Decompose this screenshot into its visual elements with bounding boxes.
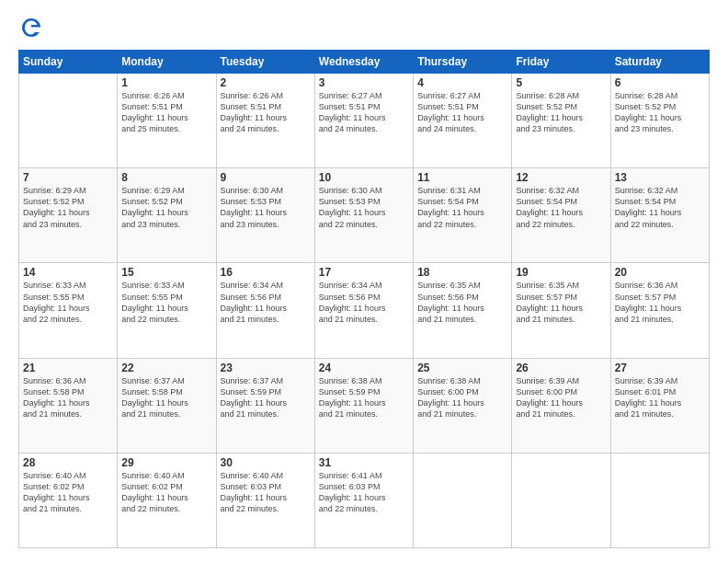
day-number: 19	[516, 266, 606, 279]
day-number: 14	[23, 266, 113, 279]
header	[18, 15, 710, 40]
calendar-cell: 10Sunrise: 6:30 AM Sunset: 5:53 PM Dayli…	[314, 168, 413, 263]
day-number: 1	[121, 76, 211, 89]
day-number: 17	[319, 266, 409, 279]
day-number: 15	[121, 266, 211, 279]
calendar-header-wednesday: Wednesday	[314, 51, 413, 74]
calendar-cell: 27Sunrise: 6:39 AM Sunset: 6:01 PM Dayli…	[610, 358, 709, 453]
day-number: 12	[516, 171, 606, 184]
day-number: 27	[615, 362, 705, 374]
day-info: Sunrise: 6:27 AM Sunset: 5:51 PM Dayligh…	[319, 90, 409, 135]
calendar-cell: 7Sunrise: 6:29 AM Sunset: 5:52 PM Daylig…	[19, 168, 118, 263]
calendar-week-row: 14Sunrise: 6:33 AM Sunset: 5:55 PM Dayli…	[19, 263, 710, 358]
calendar-cell: 18Sunrise: 6:35 AM Sunset: 5:56 PM Dayli…	[414, 263, 512, 358]
calendar-header-friday: Friday	[512, 51, 610, 74]
day-number: 10	[319, 171, 409, 184]
calendar-cell: 29Sunrise: 6:40 AM Sunset: 6:02 PM Dayli…	[118, 453, 216, 547]
calendar-header-tuesday: Tuesday	[216, 51, 314, 74]
day-info: Sunrise: 6:30 AM Sunset: 5:53 PM Dayligh…	[221, 185, 311, 230]
calendar-week-row: 1Sunrise: 6:26 AM Sunset: 5:51 PM Daylig…	[19, 74, 710, 168]
calendar-cell	[19, 74, 118, 168]
day-info: Sunrise: 6:37 AM Sunset: 5:59 PM Dayligh…	[221, 375, 311, 420]
day-info: Sunrise: 6:33 AM Sunset: 5:55 PM Dayligh…	[23, 280, 113, 325]
calendar-week-row: 7Sunrise: 6:29 AM Sunset: 5:52 PM Daylig…	[19, 168, 710, 263]
day-info: Sunrise: 6:36 AM Sunset: 5:58 PM Dayligh…	[23, 375, 113, 420]
day-info: Sunrise: 6:41 AM Sunset: 6:03 PM Dayligh…	[319, 470, 409, 515]
day-info: Sunrise: 6:26 AM Sunset: 5:51 PM Dayligh…	[221, 90, 311, 135]
day-number: 30	[221, 456, 311, 469]
day-number: 24	[319, 362, 409, 374]
day-number: 29	[121, 456, 211, 469]
day-number: 3	[319, 76, 409, 89]
day-info: Sunrise: 6:31 AM Sunset: 5:54 PM Dayligh…	[417, 185, 507, 230]
logo-icon	[18, 15, 44, 40]
calendar-cell: 20Sunrise: 6:36 AM Sunset: 5:57 PM Dayli…	[610, 263, 709, 358]
day-info: Sunrise: 6:29 AM Sunset: 5:52 PM Dayligh…	[121, 185, 211, 230]
day-number: 26	[516, 362, 606, 374]
calendar-cell: 17Sunrise: 6:34 AM Sunset: 5:56 PM Dayli…	[314, 263, 413, 358]
day-number: 7	[23, 171, 113, 184]
day-number: 13	[615, 171, 705, 184]
day-info: Sunrise: 6:35 AM Sunset: 5:56 PM Dayligh…	[417, 280, 507, 325]
calendar-cell	[512, 453, 610, 547]
calendar-cell: 11Sunrise: 6:31 AM Sunset: 5:54 PM Dayli…	[414, 168, 512, 263]
day-number: 9	[221, 171, 311, 184]
day-number: 4	[417, 76, 507, 89]
day-number: 5	[516, 76, 606, 89]
day-info: Sunrise: 6:37 AM Sunset: 5:58 PM Dayligh…	[121, 375, 211, 420]
calendar-cell: 3Sunrise: 6:27 AM Sunset: 5:51 PM Daylig…	[314, 74, 413, 168]
day-number: 23	[221, 362, 311, 374]
calendar-week-row: 28Sunrise: 6:40 AM Sunset: 6:02 PM Dayli…	[19, 453, 710, 547]
calendar-cell: 13Sunrise: 6:32 AM Sunset: 5:54 PM Dayli…	[610, 168, 709, 263]
calendar-cell: 30Sunrise: 6:40 AM Sunset: 6:03 PM Dayli…	[216, 453, 314, 547]
day-number: 8	[121, 171, 211, 184]
day-info: Sunrise: 6:33 AM Sunset: 5:55 PM Dayligh…	[121, 280, 211, 325]
day-info: Sunrise: 6:27 AM Sunset: 5:51 PM Dayligh…	[417, 90, 507, 135]
day-number: 25	[417, 362, 507, 374]
calendar-cell: 28Sunrise: 6:40 AM Sunset: 6:02 PM Dayli…	[19, 453, 118, 547]
calendar-cell: 25Sunrise: 6:38 AM Sunset: 6:00 PM Dayli…	[414, 358, 512, 453]
calendar-cell	[414, 453, 512, 547]
calendar-cell: 16Sunrise: 6:34 AM Sunset: 5:56 PM Dayli…	[216, 263, 314, 358]
calendar-cell: 8Sunrise: 6:29 AM Sunset: 5:52 PM Daylig…	[118, 168, 216, 263]
calendar-cell: 12Sunrise: 6:32 AM Sunset: 5:54 PM Dayli…	[512, 168, 610, 263]
day-info: Sunrise: 6:40 AM Sunset: 6:02 PM Dayligh…	[23, 470, 113, 515]
calendar-cell: 2Sunrise: 6:26 AM Sunset: 5:51 PM Daylig…	[216, 74, 314, 168]
day-info: Sunrise: 6:40 AM Sunset: 6:02 PM Dayligh…	[121, 470, 211, 515]
calendar-cell: 6Sunrise: 6:28 AM Sunset: 5:52 PM Daylig…	[610, 74, 709, 168]
calendar-cell: 9Sunrise: 6:30 AM Sunset: 5:53 PM Daylig…	[216, 168, 314, 263]
day-info: Sunrise: 6:35 AM Sunset: 5:57 PM Dayligh…	[516, 280, 606, 325]
day-number: 11	[417, 171, 507, 184]
calendar-cell: 22Sunrise: 6:37 AM Sunset: 5:58 PM Dayli…	[118, 358, 216, 453]
day-info: Sunrise: 6:30 AM Sunset: 5:53 PM Dayligh…	[319, 185, 409, 230]
calendar-cell: 26Sunrise: 6:39 AM Sunset: 6:00 PM Dayli…	[512, 358, 610, 453]
day-info: Sunrise: 6:40 AM Sunset: 6:03 PM Dayligh…	[221, 470, 311, 515]
day-info: Sunrise: 6:34 AM Sunset: 5:56 PM Dayligh…	[221, 280, 311, 325]
day-info: Sunrise: 6:29 AM Sunset: 5:52 PM Dayligh…	[23, 185, 113, 230]
day-number: 21	[23, 362, 113, 374]
calendar-cell: 4Sunrise: 6:27 AM Sunset: 5:51 PM Daylig…	[414, 74, 512, 168]
day-number: 2	[221, 76, 311, 89]
calendar-header-monday: Monday	[118, 51, 216, 74]
day-info: Sunrise: 6:38 AM Sunset: 6:00 PM Dayligh…	[417, 375, 507, 420]
calendar-header-thursday: Thursday	[414, 51, 512, 74]
calendar-cell: 5Sunrise: 6:28 AM Sunset: 5:52 PM Daylig…	[512, 74, 610, 168]
calendar-table: SundayMondayTuesdayWednesdayThursdayFrid…	[18, 50, 710, 548]
day-info: Sunrise: 6:34 AM Sunset: 5:56 PM Dayligh…	[319, 280, 409, 325]
calendar-week-row: 21Sunrise: 6:36 AM Sunset: 5:58 PM Dayli…	[19, 358, 710, 453]
calendar-header-saturday: Saturday	[610, 51, 709, 74]
day-number: 31	[319, 456, 409, 469]
day-info: Sunrise: 6:38 AM Sunset: 5:59 PM Dayligh…	[319, 375, 409, 420]
calendar-cell: 19Sunrise: 6:35 AM Sunset: 5:57 PM Dayli…	[512, 263, 610, 358]
calendar-cell: 1Sunrise: 6:26 AM Sunset: 5:51 PM Daylig…	[118, 74, 216, 168]
day-info: Sunrise: 6:39 AM Sunset: 6:00 PM Dayligh…	[516, 375, 606, 420]
day-number: 6	[615, 76, 705, 89]
page: SundayMondayTuesdayWednesdayThursdayFrid…	[0, 0, 728, 563]
day-number: 16	[221, 266, 311, 279]
day-number: 20	[615, 266, 705, 279]
day-info: Sunrise: 6:32 AM Sunset: 5:54 PM Dayligh…	[516, 185, 606, 230]
day-info: Sunrise: 6:36 AM Sunset: 5:57 PM Dayligh…	[615, 280, 705, 325]
day-info: Sunrise: 6:26 AM Sunset: 5:51 PM Dayligh…	[121, 90, 211, 135]
calendar-cell: 21Sunrise: 6:36 AM Sunset: 5:58 PM Dayli…	[19, 358, 118, 453]
day-number: 28	[23, 456, 113, 469]
